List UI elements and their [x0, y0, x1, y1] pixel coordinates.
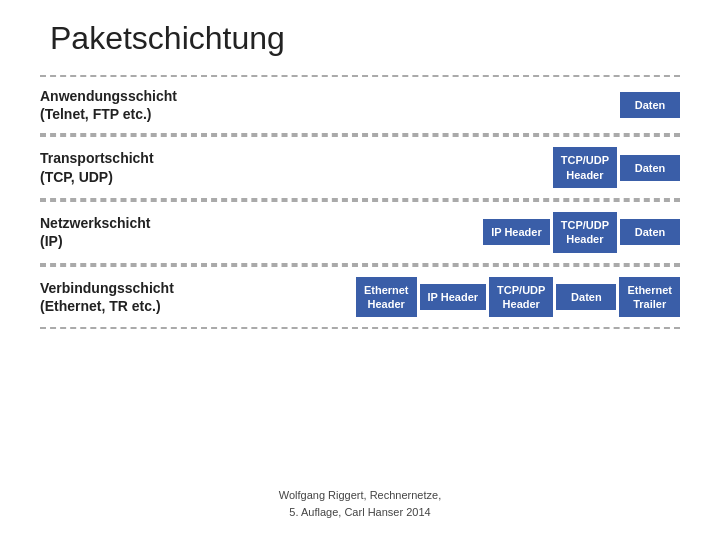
layer-packets-2: IP HeaderTCP/UDPHeaderDaten	[220, 212, 680, 253]
page: Paketschichtung Anwendungsschicht(Telnet…	[0, 0, 720, 540]
layer-label-3: Verbindungsschicht(Ethernet, TR etc.)	[40, 279, 220, 315]
layer-packets-0: Daten	[220, 92, 680, 118]
layer-label-2: Netzwerkschicht(IP)	[40, 214, 220, 250]
daten-a: Daten	[620, 92, 680, 118]
tcp-udp-header-n: TCP/UDPHeader	[553, 212, 617, 253]
ethernet-header-v: EthernetHeader	[356, 277, 417, 318]
tcp-udp-header-v: TCP/UDPHeader	[489, 277, 553, 318]
layer-row-2: Netzwerkschicht(IP)IP HeaderTCP/UDPHeade…	[40, 202, 680, 263]
layer-packets-1: TCP/UDPHeaderDaten	[220, 147, 680, 188]
layer-row-1: Transportschicht(TCP, UDP)TCP/UDPHeaderD…	[40, 137, 680, 198]
tcp-udp-header-t: TCP/UDPHeader	[553, 147, 617, 188]
layers-container: Anwendungsschicht(Telnet, FTP etc.)Daten…	[40, 75, 680, 329]
footer-line2: 5. Auflage, Carl Hanser 2014	[289, 506, 430, 518]
daten-t: Daten	[620, 155, 680, 181]
ip-header-n: IP Header	[483, 219, 550, 245]
ip-header-v: IP Header	[420, 284, 487, 310]
layer-row-0: Anwendungsschicht(Telnet, FTP etc.)Daten	[40, 77, 680, 133]
layer-label-0: Anwendungsschicht(Telnet, FTP etc.)	[40, 87, 220, 123]
divider-bottom-3	[40, 327, 680, 329]
footer: Wolfgang Riggert, Rechnernetze, 5. Aufla…	[40, 477, 680, 520]
daten-v: Daten	[556, 284, 616, 310]
layer-packets-3: EthernetHeaderIP HeaderTCP/UDPHeaderDate…	[220, 277, 680, 318]
layer-label-1: Transportschicht(TCP, UDP)	[40, 149, 220, 185]
footer-line1: Wolfgang Riggert, Rechnernetze,	[279, 489, 441, 501]
layer-row-3: Verbindungsschicht(Ethernet, TR etc.)Eth…	[40, 267, 680, 328]
daten-n: Daten	[620, 219, 680, 245]
page-title: Paketschichtung	[40, 20, 680, 57]
ethernet-trailer-v: EthernetTrailer	[619, 277, 680, 318]
